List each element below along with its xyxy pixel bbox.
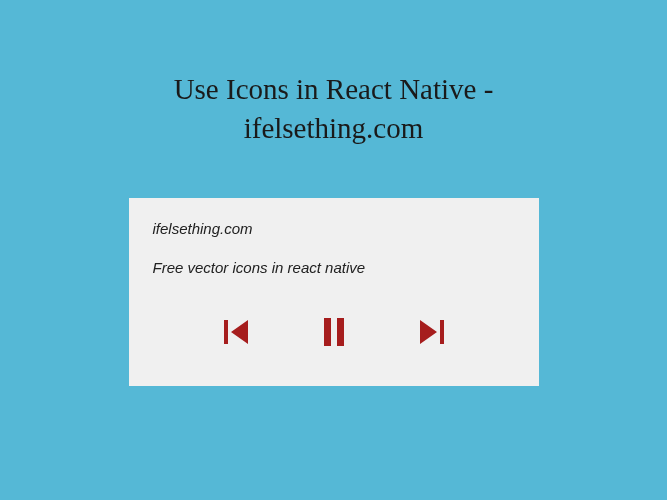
skip-previous-icon[interactable] (212, 308, 260, 356)
heading-line1: Use Icons in React Native - (174, 73, 494, 105)
heading-line2: ifelsething.com (244, 112, 424, 144)
subtitle-label: Free vector icons in react native (153, 259, 515, 276)
pause-icon[interactable] (310, 308, 358, 356)
demo-card: ifelsething.com Free vector icons in rea… (129, 198, 539, 386)
media-controls (153, 308, 515, 356)
skip-next-icon[interactable] (408, 308, 456, 356)
brand-label: ifelsething.com (153, 220, 515, 237)
page-title: Use Icons in React Native - ifelsething.… (174, 70, 494, 148)
